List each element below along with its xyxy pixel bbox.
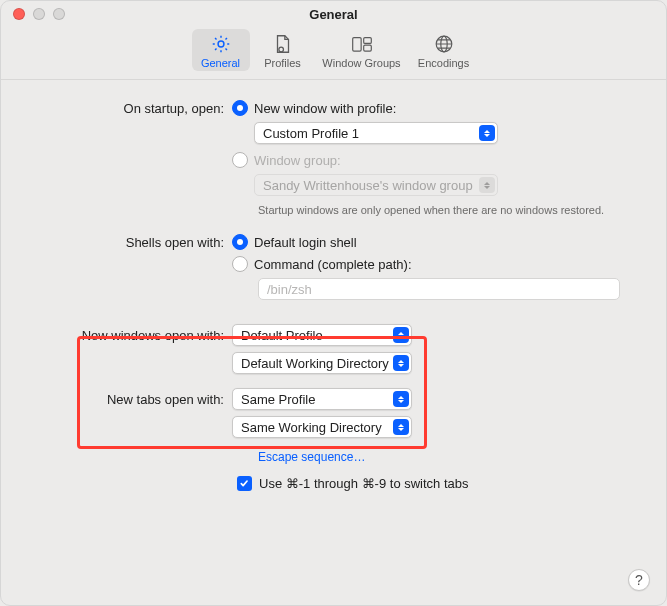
radio-new-window-profile[interactable] (232, 100, 248, 116)
radio-command[interactable] (232, 256, 248, 272)
radio-label: New window with profile: (254, 101, 396, 116)
select-startup-profile[interactable]: Custom Profile 1 (254, 122, 498, 144)
select-value: Same Profile (241, 392, 315, 407)
chevron-updown-icon (393, 391, 409, 407)
checkbox-switch-tabs[interactable] (237, 476, 252, 491)
window-groups-icon (351, 33, 373, 55)
svg-rect-4 (363, 45, 371, 51)
escape-sequence-link[interactable]: Escape sequence… (258, 450, 365, 464)
select-new-tab-profile[interactable]: Same Profile (232, 388, 412, 410)
radio-label: Default login shell (254, 235, 357, 250)
svg-point-1 (278, 47, 283, 52)
tab-label: Window Groups (322, 57, 400, 69)
checkbox-label: Use ⌘-1 through ⌘-9 to switch tabs (259, 476, 469, 491)
chevron-updown-icon (393, 355, 409, 371)
startup-note: Startup windows are only opened when the… (258, 204, 630, 216)
select-new-window-dir[interactable]: Default Working Directory (232, 352, 412, 374)
select-new-window-profile[interactable]: Default Profile (232, 324, 412, 346)
chevron-updown-icon (393, 419, 409, 435)
svg-rect-2 (352, 37, 360, 51)
select-value: Same Working Directory (241, 420, 382, 435)
tab-general[interactable]: General (192, 29, 250, 71)
preferences-toolbar: General Profiles Window Groups (1, 27, 666, 80)
select-new-tab-dir[interactable]: Same Working Directory (232, 416, 412, 438)
svg-point-0 (218, 41, 224, 47)
tab-label: Profiles (264, 57, 301, 69)
select-value: Custom Profile 1 (263, 126, 359, 141)
radio-label: Window group: (254, 153, 341, 168)
gear-icon (210, 33, 232, 55)
select-value: Default Profile (241, 328, 323, 343)
label-shells-open: Shells open with: (37, 235, 232, 250)
label-new-tabs: New tabs open with: (37, 392, 232, 407)
help-icon: ? (635, 572, 643, 588)
tab-window-groups[interactable]: Window Groups (316, 29, 408, 71)
radio-default-shell[interactable] (232, 234, 248, 250)
globe-icon (433, 33, 455, 55)
profile-icon (272, 33, 294, 55)
placeholder: /bin/zsh (267, 282, 312, 297)
radio-window-group[interactable] (232, 152, 248, 168)
titlebar: General (1, 1, 666, 27)
label-new-windows: New windows open with: (37, 328, 232, 343)
tab-profiles[interactable]: Profiles (254, 29, 312, 71)
select-value: Sandy Writtenhouse's window group (263, 178, 473, 193)
label-on-startup: On startup, open: (37, 101, 232, 116)
tab-label: Encodings (418, 57, 469, 69)
svg-rect-3 (363, 37, 371, 43)
chevron-updown-icon (479, 177, 495, 193)
window-title: General (1, 7, 666, 22)
tab-label: General (201, 57, 240, 69)
command-path-input[interactable]: /bin/zsh (258, 278, 620, 300)
select-window-group: Sandy Writtenhouse's window group (254, 174, 498, 196)
select-value: Default Working Directory (241, 356, 389, 371)
help-button[interactable]: ? (628, 569, 650, 591)
chevron-updown-icon (393, 327, 409, 343)
chevron-updown-icon (479, 125, 495, 141)
radio-label: Command (complete path): (254, 257, 412, 272)
tab-encodings[interactable]: Encodings (412, 29, 476, 71)
